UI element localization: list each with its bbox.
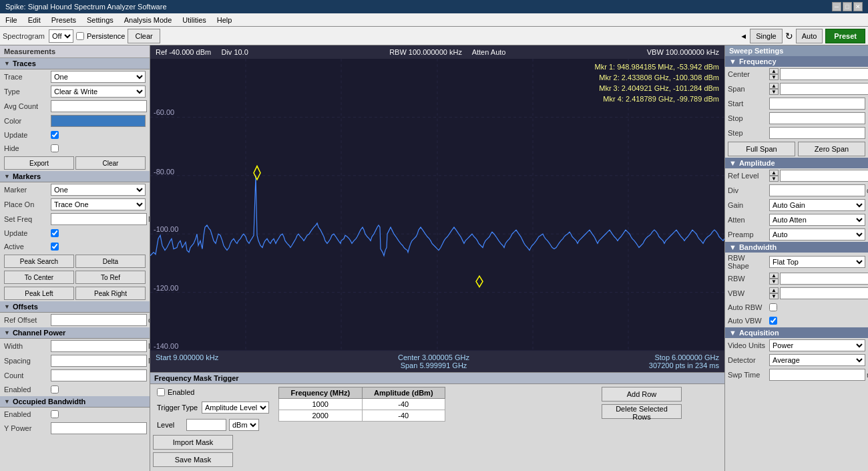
menu-edit[interactable]: Edit — [23, 13, 46, 26]
frequency-section-header[interactable]: ▼ Frequency — [725, 56, 868, 67]
peak-search-button[interactable]: Peak Search — [4, 255, 74, 268]
auto-button[interactable]: Auto — [796, 29, 823, 43]
add-row-button[interactable]: Add Row — [602, 387, 682, 402]
vbw-down-btn[interactable]: ▼ — [769, 293, 779, 299]
ref-level-input[interactable]: -40.000 — [780, 170, 868, 182]
spacing-input[interactable]: 20.000000 — [51, 355, 147, 367]
to-ref-button[interactable]: To Ref — [75, 271, 146, 284]
to-center-button[interactable]: To Center — [4, 271, 74, 284]
preset-button[interactable]: Preset — [825, 29, 865, 43]
span-input[interactable]: 5.999991 GHz — [780, 83, 868, 95]
hide-label: Hide — [4, 144, 51, 152]
acquisition-section-header[interactable]: ▼ Acquisition — [725, 327, 868, 338]
peak-right-button[interactable]: Peak Right — [75, 287, 146, 300]
center-up-btn[interactable]: ▲ — [769, 68, 779, 74]
ref-offset-input[interactable]: 0.000 — [51, 314, 147, 326]
table-row: 2000 -40 — [279, 410, 445, 422]
set-freq-input[interactable]: 1.000000 — [51, 213, 147, 225]
type-select[interactable]: Clear & WriteMax HoldMin Hold — [51, 86, 146, 98]
amplitude-section-header[interactable]: ▼ Amplitude — [725, 158, 868, 168]
marker-select[interactable]: OneTwoThree — [51, 184, 146, 196]
swp-time-input[interactable]: 1.000 — [769, 369, 865, 381]
marker-update-checkbox[interactable] — [51, 229, 59, 237]
y-power-input[interactable]: 99.000 — [51, 422, 147, 434]
zero-span-button[interactable]: Zero Span — [798, 142, 865, 156]
vbw-input[interactable]: 100.000000 kHz — [780, 287, 868, 299]
spectrogram-select[interactable]: Off On — [49, 29, 73, 43]
peak-left-button[interactable]: Peak Left — [4, 287, 74, 300]
channel-power-enabled-checkbox[interactable] — [51, 385, 59, 394]
width-input[interactable]: 20.000000 — [51, 340, 147, 352]
menu-help[interactable]: Help — [212, 13, 238, 26]
ref-offset-row: Ref Offset 0.000 dB — [0, 313, 150, 327]
close-btn[interactable]: ✕ — [853, 2, 863, 11]
menu-settings[interactable]: Settings — [81, 13, 119, 26]
video-units-select[interactable]: Power Voltage — [769, 339, 865, 351]
bandwidth-section-header[interactable]: ▼ Bandwidth — [725, 242, 868, 253]
full-span-button[interactable]: Full Span — [728, 142, 795, 156]
traces-section-header[interactable]: ▼ Traces — [0, 58, 150, 69]
save-mask-button[interactable]: Save Mask — [153, 452, 233, 467]
type-label: Type — [4, 88, 51, 96]
start-input[interactable]: 9.000000 kHz — [769, 98, 865, 110]
export-button[interactable]: Export — [4, 156, 74, 170]
menu-utilities[interactable]: Utilities — [177, 13, 211, 26]
span-down-btn[interactable]: ▼ — [769, 89, 779, 95]
freq-mask-header: Frequency Mask Trigger — [150, 373, 724, 384]
markers-section-header[interactable]: ▼ Markers — [0, 171, 150, 182]
center-input[interactable]: 3.000005 GHz — [780, 68, 868, 80]
menu-file[interactable]: File — [0, 13, 23, 26]
hide-checkbox[interactable] — [51, 144, 59, 152]
preamp-select[interactable]: Auto — [769, 228, 865, 241]
vbw-up-btn[interactable]: ▲ — [769, 287, 779, 293]
restore-btn[interactable]: □ — [843, 2, 852, 11]
freq-mask-enabled-checkbox[interactable] — [157, 388, 165, 396]
occ-bw-enabled-row: Enabled — [0, 408, 150, 421]
avg-count-input[interactable]: 10.000 — [51, 100, 147, 112]
detector-select[interactable]: Average Peak — [769, 354, 865, 366]
count-input[interactable]: 3.000 — [51, 369, 147, 381]
menu-presets[interactable]: Presets — [46, 13, 81, 26]
color-label: Color — [4, 117, 51, 125]
delete-rows-button[interactable]: Delete Selected Rows — [602, 404, 682, 419]
occ-bw-section-header[interactable]: ▼ Occupied Bandwidth — [0, 396, 150, 408]
center-down-btn[interactable]: ▼ — [769, 74, 779, 80]
span-up-btn[interactable]: ▲ — [769, 83, 779, 89]
offsets-section-header[interactable]: ▼ Offsets — [0, 301, 150, 313]
auto-rbw-row: Auto RBW — [725, 301, 868, 314]
step-input[interactable]: 20.000000 MHz — [769, 127, 865, 139]
update-checkbox[interactable] — [51, 131, 59, 139]
level-input[interactable]: -40.000 — [186, 419, 226, 431]
gain-select[interactable]: Auto Gain — [769, 199, 865, 211]
trace-select[interactable]: OneTwoThree — [51, 71, 146, 83]
channel-power-section-header[interactable]: ▼ Channel Power — [0, 327, 150, 339]
rbw-input[interactable]: 100.000000 kHz — [780, 273, 868, 285]
div-input[interactable]: 10.000 — [769, 184, 865, 196]
trace-clear-button[interactable]: Clear — [75, 156, 146, 170]
ref-level-down-btn[interactable]: ▼ — [769, 176, 779, 182]
rbw-down-btn[interactable]: ▼ — [769, 279, 779, 285]
level-unit-select[interactable]: dBm — [229, 419, 259, 431]
ref-level-up-btn[interactable]: ▲ — [769, 170, 779, 176]
trigger-type-select[interactable]: Amplitude Level — [202, 402, 269, 414]
right-panel: Sweep Settings ▼ Frequency Center ▲ ▼ 3.… — [724, 45, 868, 471]
rbw-shape-select[interactable]: Flat Top Gaussian — [769, 256, 865, 268]
auto-rbw-checkbox[interactable] — [769, 303, 777, 311]
stop-input[interactable]: 6.000000 GHz — [769, 112, 865, 124]
delta-button[interactable]: Delta — [75, 255, 146, 268]
menu-analysis-mode[interactable]: Analysis Mode — [119, 13, 178, 26]
freq-mask-table: Frequency (MHz) Amplitude (dBm) 1000 -40… — [278, 387, 445, 422]
place-on-select[interactable]: Trace One — [51, 198, 146, 210]
persistence-checkbox[interactable] — [76, 32, 84, 40]
auto-vbw-checkbox[interactable] — [769, 317, 777, 325]
atten-select[interactable]: Auto Atten — [769, 214, 865, 226]
occ-bw-enabled-checkbox[interactable] — [51, 410, 59, 418]
import-mask-button[interactable]: Import Mask — [153, 435, 233, 450]
marker-active-checkbox[interactable] — [51, 243, 59, 251]
single-button[interactable]: Single — [750, 29, 783, 43]
channel-power-enabled-label: Enabled — [4, 385, 51, 394]
color-swatch[interactable] — [51, 115, 146, 127]
minimize-btn[interactable]: ─ — [832, 2, 841, 11]
rbw-up-btn[interactable]: ▲ — [769, 273, 779, 279]
clear-button[interactable]: Clear — [128, 29, 160, 43]
